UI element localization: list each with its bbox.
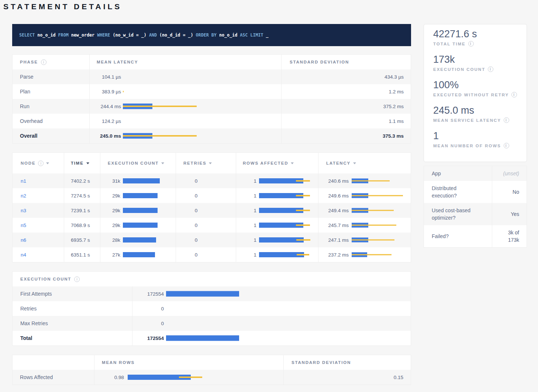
mean-latency-bar	[123, 74, 200, 80]
stddev-header-cell[interactable]: STANDARD DEVIATION	[282, 55, 411, 69]
rows-affected-label: Rows Affected	[20, 374, 53, 380]
time-header-cell[interactable]: TIME	[64, 153, 100, 173]
sql-keyword: ASC LIMIT	[237, 32, 266, 38]
details-value: No	[513, 188, 519, 196]
summary-stat-label-text: TOTAL TIME	[433, 42, 466, 46]
execution-count-bar	[123, 208, 163, 213]
info-icon[interactable]: i	[38, 161, 44, 166]
rows-affected-cell: 1	[236, 173, 318, 188]
latency-header-label: LATENCY	[326, 161, 351, 165]
node-link[interactable]: n5	[21, 223, 26, 228]
node-link[interactable]: n6	[21, 237, 26, 243]
execution-count-bar	[123, 237, 163, 243]
sql-identifier: (no_d_id = _)	[159, 32, 193, 38]
stddev-value: 375.3 ms	[383, 133, 404, 139]
node-link[interactable]: n1	[21, 178, 26, 184]
info-icon[interactable]: i	[74, 276, 80, 282]
retries-value: 0	[195, 223, 198, 228]
table-row: Total172554	[13, 331, 411, 345]
retries-header-label: RETRIES	[183, 161, 206, 165]
latency-header-cell[interactable]: LATENCY	[318, 153, 411, 173]
retries-header-cell[interactable]: RETRIES	[176, 153, 236, 173]
attempt-count-bar	[166, 336, 244, 341]
summary-stat-label-text: MEAN SERVICE LATENCY	[433, 118, 501, 123]
node-header-cell[interactable]: NODEi	[13, 153, 64, 173]
node-cell: n4	[13, 247, 64, 262]
table-row: n17402.2 s31k01240.6 ms	[13, 173, 411, 188]
rows-affected-bar	[259, 252, 318, 257]
execution-count-value: 29k	[100, 193, 120, 199]
phase-cell: Parse	[13, 69, 90, 84]
node-link[interactable]: n3	[21, 208, 26, 213]
bar-blue	[166, 336, 239, 341]
sql-statement-box: SELECT no_o_id FROM new_order WHERE (no_…	[12, 24, 411, 46]
rows-affected-header-cell[interactable]: ROWS AFFECTED	[236, 153, 318, 173]
sql-identifier: no_o_id	[37, 32, 55, 38]
phase-label: Overall	[20, 133, 37, 139]
mean-latency-header-cell[interactable]: MEAN LATENCY	[90, 55, 282, 69]
info-icon[interactable]: i	[504, 117, 509, 123]
time-value: 6351.1 s	[71, 252, 90, 258]
bar-blue	[123, 252, 155, 257]
rows-stddev-value: 0.15	[394, 375, 403, 380]
attempt-count-cell: 0	[132, 301, 411, 316]
mean-rows-cell: 0.98	[94, 370, 284, 385]
execution-count-table-header-label: EXECUTION COUNT	[20, 277, 71, 281]
bar-blue	[123, 223, 158, 228]
details-row: Distributed execution?No	[424, 181, 527, 203]
bar-orange	[296, 195, 310, 196]
stddev-cell: 375.3 ms	[282, 128, 411, 143]
details-row: Failed?3k of 173k	[424, 225, 527, 247]
phase-header-cell[interactable]: PHASEi	[13, 55, 90, 69]
time-cell: 7068.9 s	[64, 218, 100, 233]
rows-affected-label-cell: Rows Affected	[13, 370, 94, 385]
summary-stat-label-text: MEAN NUMBER OF ROWS	[433, 144, 501, 148]
rows-affected-header-label: ROWS AFFECTED	[243, 161, 288, 165]
info-icon[interactable]: i	[504, 143, 509, 148]
phase-label: Run	[20, 103, 30, 109]
rows-affected-value: 1	[236, 252, 256, 258]
attempt-count-value: 0	[132, 321, 164, 326]
latency-cell: 240.6 ms	[318, 173, 411, 188]
mean-latency-bar	[123, 118, 200, 124]
node-cell: n3	[13, 203, 64, 218]
table-row: n37239.1 s29k01249.4 ms	[13, 203, 411, 218]
info-icon[interactable]: i	[468, 41, 474, 47]
phase-table: PHASEiMEAN LATENCYSTANDARD DEVIATIONPars…	[12, 54, 411, 144]
details-row: Used cost-based optimizer?Yes	[424, 203, 527, 225]
execution-count-bar	[123, 193, 163, 198]
info-icon[interactable]: i	[511, 92, 517, 97]
execution-count-header-cell[interactable]: EXECUTION COUNT	[100, 153, 176, 173]
attempt-type-label: Total	[20, 335, 32, 341]
time-value: 7068.9 s	[71, 223, 90, 228]
sort-desc-icon	[291, 162, 294, 164]
time-header-label: TIME	[71, 161, 84, 165]
summary-stat-value: 100%	[433, 79, 527, 90]
table-row: n66935.7 s28k01247.1 ms	[13, 233, 411, 247]
node-table-header: NODEiTIMEEXECUTION COUNTRETRIESROWS AFFE…	[13, 153, 411, 173]
table-row: Parse104.1 µs434.3 µs	[13, 69, 411, 84]
node-link[interactable]: n2	[21, 193, 26, 199]
execution-count-bar	[123, 223, 163, 228]
phase-header-label: PHASE	[20, 60, 38, 64]
info-icon[interactable]: i	[488, 66, 493, 72]
details-label: App	[432, 170, 441, 177]
execution-count-cell: 27k	[100, 247, 176, 262]
details-label-cell: App	[424, 166, 492, 181]
details-value: (unset)	[503, 170, 519, 177]
summary-stat-label: TOTAL TIMEi	[433, 41, 527, 47]
rows-affected-bar	[259, 178, 318, 183]
table-row: Max Retries0	[13, 316, 411, 331]
sql-keyword: FROM	[56, 32, 71, 38]
execution-count-cell: 29k	[100, 218, 176, 233]
bar-orange	[179, 376, 202, 378]
summary-stat: 245.0 msMEAN SERVICE LATENCYi	[433, 105, 527, 123]
attempt-type-label: Max Retries	[20, 320, 48, 326]
rows-affected-value: 1	[236, 193, 256, 199]
info-icon[interactable]: i	[41, 59, 46, 65]
time-value: 7274.5 s	[71, 193, 90, 199]
attempt-type-cell: Retries	[13, 301, 132, 316]
time-cell: 6935.7 s	[64, 233, 100, 247]
execution-count-cell: 29k	[100, 203, 176, 218]
node-link[interactable]: n4	[21, 252, 26, 258]
